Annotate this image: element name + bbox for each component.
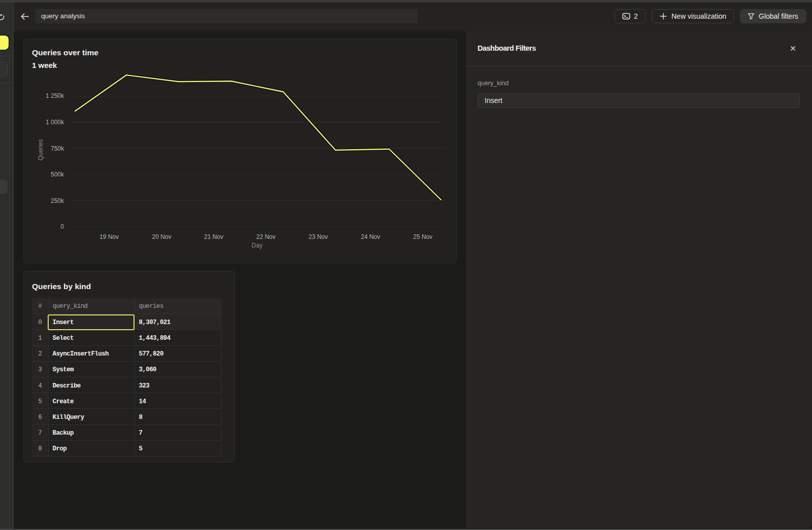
svg-text:22 Nov: 22 Nov — [256, 233, 276, 240]
svg-text:24 Nov: 24 Nov — [361, 233, 380, 240]
svg-text:250k: 250k — [51, 197, 64, 204]
svg-text:25 Nov: 25 Nov — [413, 233, 432, 240]
svg-text:Queries: Queries — [37, 139, 44, 160]
svg-text:1 000k: 1 000k — [46, 119, 64, 126]
svg-text:20 Nov: 20 Nov — [152, 233, 171, 240]
svg-text:21 Nov: 21 Nov — [204, 233, 223, 240]
svg-text:750k: 750k — [51, 145, 64, 152]
svg-text:19 Nov: 19 Nov — [99, 233, 119, 240]
svg-text:500k: 500k — [51, 171, 64, 178]
svg-text:23 Nov: 23 Nov — [309, 233, 328, 240]
svg-text:0: 0 — [60, 223, 64, 230]
svg-text:Day: Day — [252, 242, 262, 249]
svg-text:1 250k: 1 250k — [46, 92, 64, 99]
